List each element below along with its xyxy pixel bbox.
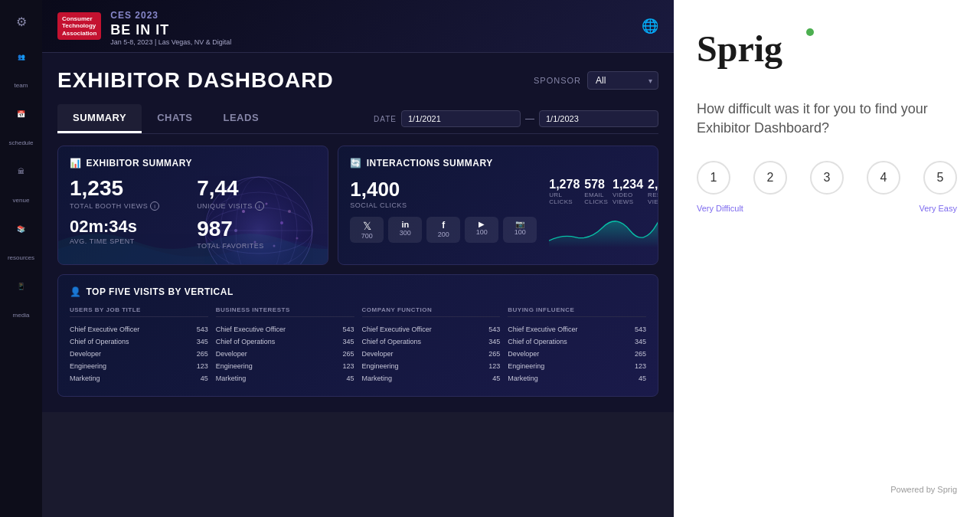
rating-btn-2[interactable]: 2 xyxy=(753,161,787,195)
table-row: Chief Executive Officer 543 xyxy=(216,323,354,335)
booth-views-value: 1,235 xyxy=(70,178,189,199)
right-panel: Sprig How difficult was it for you to fi… xyxy=(674,0,980,517)
table-row: Marketing 45 xyxy=(216,372,354,384)
rating-btn-4[interactable]: 4 xyxy=(867,161,900,195)
social-facebook: f 200 xyxy=(426,217,460,243)
rating-btn-1[interactable]: 1 xyxy=(697,161,730,195)
interactions-icon: 🔄 xyxy=(350,158,362,169)
linkedin-count: 300 xyxy=(400,229,411,237)
sidebar-label-venue: venue xyxy=(10,194,33,207)
rating-row: 1 2 3 4 5 xyxy=(697,161,957,195)
sidebar-label-schedule: schedule xyxy=(5,136,36,149)
twitter-icon: 𝕏 xyxy=(363,220,371,232)
table-row: Chief Executive Officer 543 xyxy=(508,323,646,335)
exhibitor-summary-card: 📊 EXHIBITOR SUMMARY xyxy=(57,146,328,265)
booth-views-label: TOTAL BOOTH VIEWS i xyxy=(70,201,189,211)
table-row: Engineering 123 xyxy=(216,360,354,372)
total-favorites-label: TOTAL FAVORITES xyxy=(197,242,316,250)
stat-video-views: 1,234 VIDEO VIEWS xyxy=(612,178,643,205)
stat-url-clicks: 1,278 URL CLICKS xyxy=(549,178,580,205)
tab-summary[interactable]: SUMMARY xyxy=(57,104,142,133)
stat-resource-views: 2,345 RESOURCE VIEWS xyxy=(648,178,658,205)
facebook-count: 200 xyxy=(438,231,449,238)
stat-avg-time: 02m:34s AVG. TIME SPENT xyxy=(70,218,189,250)
social-youtube: ▶ 100 xyxy=(465,217,498,243)
tab-chats[interactable]: CHATS xyxy=(142,104,207,133)
sponsor-select[interactable]: All Sponsor A Sponsor B xyxy=(587,71,658,90)
sprig-logo: Sprig xyxy=(697,23,957,77)
sidebar-icon-gear[interactable]: ⚙ xyxy=(8,8,35,35)
table-row: Developer 265 xyxy=(362,348,501,360)
rating-btn-5[interactable]: 5 xyxy=(923,161,957,195)
tabs: SUMMARY CHATS LEADS xyxy=(57,104,274,133)
exhibitor-summary-title: 📊 EXHIBITOR SUMMARY xyxy=(70,158,316,169)
date-end-input[interactable] xyxy=(539,110,658,127)
header-logo: Consumer Technology Association CES 2023… xyxy=(57,6,231,46)
interactions-content: 1,400 SOCIAL CLICKS 𝕏 700 in 300 xyxy=(350,178,646,253)
stat-email-clicks: 578 EMAIL CLICKS xyxy=(584,178,608,205)
tab-leads[interactable]: LEADS xyxy=(208,104,275,133)
twitter-count: 700 xyxy=(361,232,373,240)
top-visits-card: 👤 TOP FIVE VISITS BY VERTICAL USERS BY J… xyxy=(57,274,658,397)
table-row: Chief of Operations 345 xyxy=(216,335,354,348)
sidebar-item-team[interactable]: 👥 xyxy=(15,51,28,64)
rating-label-left: Very Difficult xyxy=(697,204,743,213)
info-icon[interactable]: i xyxy=(150,201,159,211)
sprig-logo-svg: Sprig xyxy=(697,23,819,69)
table-row: Engineering 123 xyxy=(70,360,208,372)
email-clicks-value: 578 xyxy=(584,178,608,191)
sponsor-select-wrapper: All Sponsor A Sponsor B xyxy=(587,71,658,90)
rating-btn-3[interactable]: 3 xyxy=(810,161,844,195)
table-row: Chief of Operations 345 xyxy=(362,335,501,348)
person-icon: 👤 xyxy=(70,286,82,297)
youtube-icon: ▶ xyxy=(479,220,485,228)
email-clicks-label: EMAIL CLICKS xyxy=(584,191,608,205)
table-row: Developer 265 xyxy=(508,348,646,360)
social-linkedin: in 300 xyxy=(388,217,422,243)
sponsor-control: SPONSOR All Sponsor A Sponsor B xyxy=(534,71,658,90)
url-clicks-value: 1,278 xyxy=(549,178,580,191)
exhibitor-summary-label: EXHIBITOR SUMMARY xyxy=(87,158,193,169)
survey-question: How difficult was it for you to find you… xyxy=(697,100,957,138)
stat-unique-visits: 7,44 UNIQUE VISITS i xyxy=(197,178,316,211)
date-start-input[interactable] xyxy=(401,110,521,127)
resource-chart xyxy=(549,211,658,250)
sidebar-item-schedule[interactable]: 📅 xyxy=(14,107,28,121)
sidebar: ⚙ 👥 team 📅 schedule 🏛 venue 📚 resources … xyxy=(0,0,42,517)
visits-col-company: COMPANY FUNCTION Chief Executive Officer… xyxy=(362,306,501,384)
powered-by: Powered by Sprig xyxy=(697,485,957,494)
social-clicks-section: 1,400 SOCIAL CLICKS 𝕏 700 in 300 xyxy=(350,178,537,253)
ces-dates: Jan 5-8, 2023 | Las Vegas, NV & Digital xyxy=(110,38,231,46)
url-clicks-label: URL CLICKS xyxy=(549,191,580,205)
sponsor-label: SPONSOR xyxy=(534,76,581,85)
ces-tagline: CES 2023 BE IN IT xyxy=(110,6,231,38)
sidebar-item-media[interactable]: 📱 xyxy=(14,280,28,293)
col-header-company: COMPANY FUNCTION xyxy=(362,306,501,317)
date-separator: — xyxy=(525,113,534,124)
unique-visits-value: 7,44 xyxy=(197,178,316,199)
date-label: DATE xyxy=(374,115,397,123)
avg-time-value: 02m:34s xyxy=(70,218,189,235)
youtube-count: 100 xyxy=(476,228,488,236)
ces-main-tagline: BE IN IT xyxy=(110,22,169,38)
visits-col-business: BUSINESS INTERESTS Chief Executive Offic… xyxy=(216,306,354,384)
sidebar-item-resources[interactable]: 📚 xyxy=(14,222,28,236)
interactions-summary-card: 🔄 INTERACTIONS SUMMARY 1,400 SOCIAL CLIC… xyxy=(338,146,658,265)
globe-icon[interactable]: 🌐 xyxy=(642,18,658,34)
sidebar-item-venue[interactable]: 🏛 xyxy=(15,165,28,178)
video-views-value: 1,234 xyxy=(612,178,643,191)
other-interactions-section: 1,278 URL CLICKS 578 EMAIL CLICKS 1,234 … xyxy=(549,178,658,253)
linkedin-icon: in xyxy=(401,220,409,229)
main-content: Consumer Technology Association CES 2023… xyxy=(42,0,674,517)
header-banner: Consumer Technology Association CES 2023… xyxy=(42,0,674,53)
mini-stats-grid: 1,278 URL CLICKS 578 EMAIL CLICKS 1,234 … xyxy=(549,178,658,205)
social-clicks-label: SOCIAL CLICKS xyxy=(350,201,537,209)
ces-year: CES 2023 xyxy=(110,10,158,21)
social-instagram: 📷 100 xyxy=(503,217,537,243)
social-twitter: 𝕏 700 xyxy=(350,217,384,243)
top-visits-title: 👤 TOP FIVE VISITS BY VERTICAL xyxy=(70,286,646,297)
ces-logo-badge: Consumer Technology Association xyxy=(57,12,101,41)
social-icons-row: 𝕏 700 in 300 f 200 xyxy=(350,217,537,243)
info-icon-2[interactable]: i xyxy=(255,201,264,211)
table-row: Developer 265 xyxy=(216,348,354,360)
